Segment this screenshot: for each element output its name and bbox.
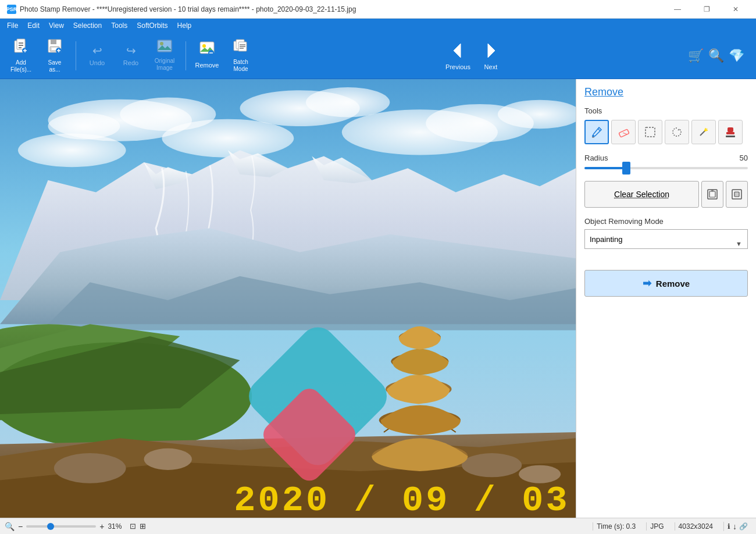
rect-select-button[interactable] (638, 120, 662, 144)
radius-slider-container (584, 167, 748, 169)
undo-icon: ↩ (92, 44, 102, 58)
share-icon[interactable]: 🔗 (739, 522, 748, 531)
stamp-icon (724, 126, 737, 138)
radius-value: 50 (740, 154, 748, 162)
original-image-button[interactable]: OriginalImage (148, 35, 181, 76)
brush-icon (590, 126, 603, 138)
next-button[interactable]: Next (477, 39, 504, 73)
original-image-icon (157, 40, 172, 56)
svg-point-16 (160, 42, 163, 45)
svg-point-58 (462, 453, 522, 477)
format-segment: JPG (646, 522, 667, 531)
clear-selection-row: Clear Selection (584, 181, 748, 208)
minimize-button[interactable]: — (664, 0, 691, 19)
svg-rect-9 (51, 40, 56, 44)
menu-softorbits[interactable]: SoftOrbits (132, 20, 172, 31)
remove-btn-label: Remove (656, 279, 690, 289)
expand-select-icon (707, 188, 718, 200)
batch-mode-button[interactable]: BatchMode (224, 35, 257, 76)
info-icon[interactable]: ℹ (728, 522, 730, 531)
remove-button[interactable]: ➡ Remove (584, 270, 748, 297)
search-account-icon[interactable]: 🔍 (708, 48, 724, 63)
status-bar: 🔍 − + 31% ⊡ ⊞ Time (s): 0.3 JPG 4032x302… (0, 518, 756, 534)
info-icons-segment: ℹ ↓ 🔗 (723, 522, 751, 531)
tools-row (584, 120, 748, 144)
original-image-label: OriginalImage (155, 58, 174, 72)
zoom-out-icon[interactable]: 🔍 (5, 522, 15, 531)
eraser-tool-button[interactable] (611, 120, 636, 144)
svg-point-36 (306, 87, 390, 118)
panel-title: Remove (584, 86, 748, 98)
svg-point-74 (704, 129, 707, 131)
separator-1 (76, 41, 76, 70)
brush-tool-button[interactable] (584, 120, 609, 144)
menu-bar: File Edit View Selection Tools SoftOrbit… (0, 19, 756, 33)
svg-rect-72 (646, 127, 655, 137)
lasso-tool-button[interactable] (665, 120, 689, 144)
svg-text:2020 / 09 / 03: 2020 / 09 / 03 (234, 480, 569, 518)
add-files-button[interactable]: AddFile(s)... (5, 35, 37, 76)
undo-button[interactable]: ↩ Undo (81, 35, 113, 76)
radius-slider-track[interactable] (584, 167, 748, 169)
svg-point-56 (54, 453, 126, 483)
next-arrow-icon (482, 41, 500, 63)
clear-selection-button[interactable]: Clear Selection (584, 181, 699, 208)
contract-select-icon (731, 188, 743, 200)
zoom-percent: 31% (108, 522, 122, 531)
gem-icon[interactable]: 💎 (729, 48, 744, 63)
select-contract-button[interactable] (726, 181, 748, 208)
zoom-region-icon[interactable]: ⊞ (140, 522, 146, 531)
image-canvas-area[interactable]: 2020 / 09 / 03 (0, 79, 576, 518)
svg-rect-80 (726, 136, 735, 137)
maximize-button[interactable]: ❐ (693, 0, 720, 19)
menu-edit[interactable]: Edit (23, 20, 44, 31)
dimensions-label: 4032x3024 (679, 522, 713, 531)
svg-point-41 (162, 119, 294, 158)
menu-help[interactable]: Help (173, 20, 197, 31)
stamp-tool-button[interactable] (718, 120, 743, 144)
remove-toolbar-button[interactable]: Remove (191, 35, 223, 76)
save-as-button[interactable]: Saveas... (38, 35, 71, 76)
tools-label: Tools (584, 106, 748, 115)
menu-selection[interactable]: Selection (69, 20, 106, 31)
magic-wand-button[interactable] (691, 120, 716, 144)
remove-label: Remove (195, 62, 219, 69)
svg-marker-29 (454, 44, 461, 58)
menu-tools[interactable]: Tools (106, 20, 132, 31)
magic-wand-icon (697, 126, 710, 138)
batch-mode-label: BatchMode (233, 59, 248, 73)
download-icon[interactable]: ↓ (733, 522, 737, 531)
radius-slider-thumb[interactable] (622, 162, 630, 175)
svg-point-57 (144, 448, 192, 470)
previous-button[interactable]: Previous (441, 39, 475, 73)
radius-row: Radius 50 (584, 154, 748, 162)
radius-label: Radius (584, 154, 608, 162)
select-expand-button[interactable] (701, 181, 723, 208)
cart-icon[interactable]: 🛒 (688, 48, 704, 63)
toolbar-right-icons: 🛒 🔍 💎 (688, 48, 751, 63)
separator-2 (186, 41, 186, 70)
svg-rect-78 (728, 127, 733, 132)
status-right: Time (s): 0.3 JPG 4032x3024 ℹ ↓ 🔗 (593, 522, 751, 531)
fit-screen-icon[interactable]: ⊡ (130, 522, 136, 531)
right-panel: Remove Tools (576, 79, 756, 518)
nav-area: Previous Next (441, 39, 504, 73)
menu-file[interactable]: File (2, 20, 23, 31)
zoom-slider[interactable] (26, 525, 96, 528)
window-title: Photo Stamp Remover - ****Unregistered v… (20, 5, 356, 13)
undo-label: Undo (90, 59, 105, 67)
previous-label: Previous (445, 63, 470, 70)
close-button[interactable]: ✕ (722, 0, 749, 19)
app-icon: PSR (7, 5, 16, 14)
svg-line-77 (707, 129, 708, 130)
zoom-plus-icon[interactable]: + (99, 522, 104, 531)
dimensions-segment: 4032x3024 (675, 522, 716, 531)
redo-button[interactable]: ↪ Redo (115, 35, 147, 76)
object-mode-dropdown[interactable]: Inpainting Content-Aware Fill Smart Fill (584, 229, 748, 249)
object-mode-dropdown-wrapper: Inpainting Content-Aware Fill Smart Fill (584, 229, 748, 258)
add-files-label: AddFile(s)... (10, 59, 31, 73)
zoom-thumb[interactable] (47, 523, 54, 530)
zoom-minus-icon[interactable]: − (18, 522, 23, 531)
svg-point-40 (18, 133, 126, 167)
menu-view[interactable]: View (44, 20, 69, 31)
